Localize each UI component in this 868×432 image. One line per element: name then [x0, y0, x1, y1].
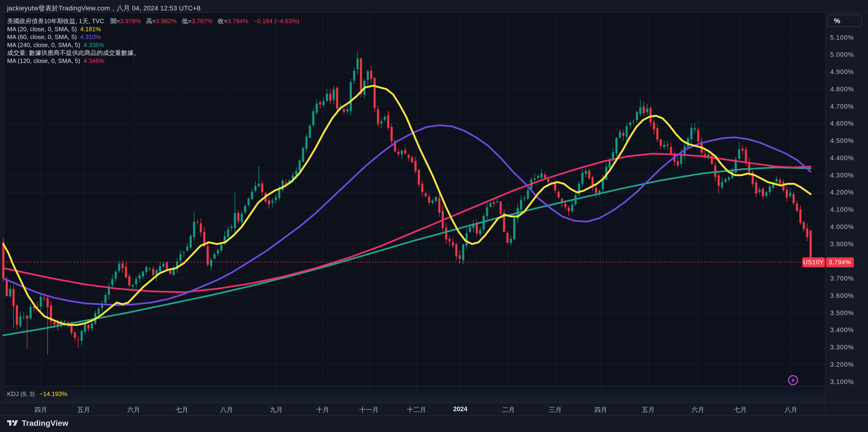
price-tick-label: 4.600% [830, 120, 854, 127]
time-tick-label: 2024 [453, 405, 467, 413]
legend-ma240-row: MA (240, close, 0, SMA, 5) 4.336% [7, 41, 299, 49]
tradingview-chart-page: jackieyutw發表於TradingView.com，八月 04, 2024… [0, 0, 868, 432]
time-tick-label: 十二月 [407, 405, 426, 414]
footer: TradingView [7, 419, 68, 428]
time-tick-label: 八月 [784, 405, 797, 414]
time-tick-label: 八月 [220, 405, 233, 414]
legend-symbol-row: 美國政府債券10年期收益, 1天, TVC 開=3.978%高=3.982%低=… [7, 17, 299, 25]
legend: 美國政府債券10年期收益, 1天, TVC 開=3.978%高=3.982%低=… [7, 17, 299, 65]
time-tick-label: 六月 [127, 405, 140, 414]
ma120-value: 4.346% [84, 57, 104, 65]
last-price-value: 3.794% [826, 257, 854, 267]
price-tick-label: 3.200% [830, 361, 854, 368]
legend-volume-row: 成交量: 數據供應商不提供此商品的成交量數據。 [7, 49, 299, 57]
flash-idea-button[interactable] [787, 375, 799, 385]
price-tick-label: 3.500% [830, 309, 854, 317]
brand-wordmark[interactable]: TradingView [22, 419, 68, 428]
price-unit-button[interactable]: % [827, 15, 862, 27]
price-tick-label: 4.400% [830, 154, 854, 162]
ma20-value: 4.181% [80, 26, 101, 33]
price-tick-label: 3.400% [830, 326, 854, 334]
change-value: −0.184 (−4.63%) [253, 18, 300, 25]
price-tick-label: 4.000% [830, 223, 854, 231]
symbol-title: 美國政府債券10年期收益, 1天, TVC [7, 17, 104, 25]
time-tick-label: 七月 [176, 405, 188, 414]
price-tick-label: 3.300% [830, 343, 854, 351]
time-tick-label: 十月 [316, 405, 329, 414]
price-tick-label: 4.900% [830, 68, 854, 76]
tradingview-logo-icon[interactable] [7, 419, 18, 428]
price-tick-label: 4.700% [830, 103, 854, 110]
price-tick-label: 4.100% [830, 206, 854, 213]
legend-ma20-row: MA (20, close, 0, SMA, 5) 4.181% [7, 25, 299, 33]
legend-ma120-row: MA (120, close, 0, SMA, 5) 4.346% [7, 57, 299, 65]
time-tick-label: 二月 [502, 405, 515, 414]
time-tick-label: 五月 [642, 405, 655, 414]
price-tick-label: 4.800% [830, 85, 854, 93]
ma60-value: 4.310% [80, 33, 101, 41]
ma240-value: 4.336% [84, 41, 104, 49]
kdj-pane-legend: KDJ (9, 3) −14.193% [7, 390, 67, 398]
price-tick-label: 5.000% [830, 51, 854, 58]
time-tick-label: 三月 [549, 405, 562, 414]
time-scale[interactable]: 四月五月六月七月八月九月十月十一月十二月2024二月三月四月五月六月七月八月 [0, 403, 868, 416]
time-tick-label: 四月 [34, 405, 47, 414]
last-price-label: US10Y 3.794% [802, 257, 854, 267]
time-tick-label: 九月 [270, 405, 283, 414]
price-tick-label: 4.300% [830, 172, 854, 179]
time-tick-label: 五月 [78, 405, 90, 414]
ohlc-values: 開=3.978%高=3.982%低=3.787%收=3.794% [110, 17, 248, 25]
kdj-value: −14.193% [39, 390, 67, 398]
price-tick-label: 3.600% [830, 292, 854, 300]
legend-ma60-row: MA (60, close, 0, SMA, 5) 4.310% [7, 33, 299, 41]
time-tick-label: 四月 [594, 405, 607, 414]
price-tick-label: 4.500% [830, 137, 854, 145]
time-tick-label: 六月 [691, 405, 704, 414]
time-tick-label: 七月 [734, 405, 747, 414]
last-price-symbol: US10Y [802, 257, 825, 267]
time-tick-label: 十一月 [360, 405, 379, 414]
price-scale[interactable]: % 5.100%5.000%4.900%4.800%4.700%4.600%4.… [826, 12, 868, 416]
price-tick-label: 5.100% [830, 34, 854, 41]
kdj-label: KDJ (9, 3) [7, 390, 35, 398]
price-tick-label: 3.700% [830, 275, 854, 282]
price-tick-label: 3.900% [830, 240, 854, 248]
price-tick-label: 3.100% [830, 378, 854, 385]
price-tick-label: 4.200% [830, 189, 854, 196]
byline: jackieyutw發表於TradingView.com，八月 04, 2024… [7, 4, 200, 13]
